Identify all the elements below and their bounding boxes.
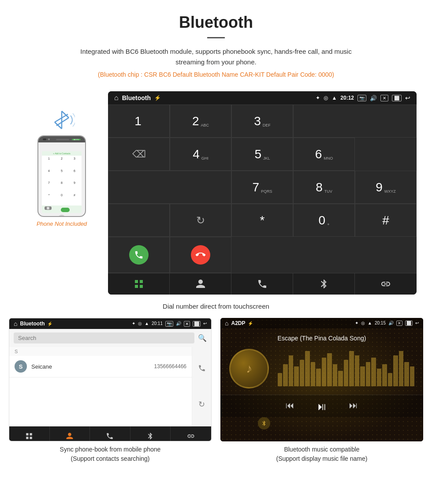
phone-call-btn[interactable] [61, 208, 70, 212]
signal-icon: ▲ [331, 95, 337, 101]
camera-icon[interactable]: 📷 [358, 95, 366, 101]
music-screenshot: ⌂ A2DP ⚡ ✦ ◎ ▲ 20:15 🔊 ✕ ⬜ ↩ [220, 318, 423, 463]
pb-camera-icon[interactable]: 📷 [165, 321, 173, 327]
dial-key-6[interactable]: 6MNO [293, 138, 355, 171]
svg-rect-8 [140, 285, 143, 288]
dial-toolbar-grid[interactable] [108, 273, 170, 295]
viz-bar [393, 355, 398, 386]
viz-bar [327, 353, 331, 386]
pb-call-icon[interactable] [198, 364, 206, 374]
phone-key-0: 0 [56, 193, 68, 205]
dial-toolbar [108, 273, 417, 295]
pb-window-icon[interactable]: ⬜ [193, 321, 201, 327]
svg-rect-7 [135, 285, 138, 288]
music-window-icon[interactable]: ⬜ [405, 321, 413, 326]
search-icon[interactable]: 🔍 [198, 334, 207, 342]
phone-key-3: 3 [68, 157, 81, 168]
music-close-icon[interactable]: ✕ [396, 321, 402, 326]
music-main-area: ♪ [229, 349, 414, 388]
viz-bar [388, 373, 392, 386]
music-prev-btn[interactable]: ⏮ [286, 400, 294, 413]
dial-call-red-btn[interactable] [170, 237, 231, 273]
album-art-wrapper: ♪ [229, 349, 269, 388]
music-back-icon[interactable]: ↩ [415, 321, 419, 326]
dial-key-0[interactable]: 0+ [293, 204, 355, 237]
pb-close-icon[interactable]: ✕ [184, 321, 190, 327]
viz-bar [371, 358, 376, 386]
dial-key-3[interactable]: 3DEF [231, 105, 293, 138]
pb-title: Bluetooth [20, 321, 45, 327]
phone-key-9: 9 [68, 181, 81, 193]
dial-key-4[interactable]: 4GHI [170, 138, 231, 171]
dial-key-hash[interactable]: # [355, 204, 417, 237]
dial-reload-btn[interactable]: ↻ [170, 204, 231, 237]
dial-toolbar-bluetooth[interactable] [293, 273, 355, 295]
pb-back-icon[interactable]: ↩ [203, 321, 207, 327]
phone-key-hash: # [68, 193, 81, 205]
pb-contact-list: S S Seicane 13566664466 [9, 347, 192, 426]
music-usb-icon: ⚡ [248, 321, 253, 326]
dial-empty-3 [108, 204, 170, 237]
pb-location-icon: ◎ [138, 321, 142, 327]
back-icon[interactable]: ↩ [405, 94, 410, 101]
pb-home-icon[interactable]: ⌂ [14, 320, 17, 327]
viz-bar [360, 366, 365, 386]
close-icon[interactable]: ✕ [380, 95, 388, 101]
music-statusbar: ⌂ A2DP ⚡ ✦ ◎ ▲ 20:15 🔊 ✕ ⬜ ↩ [220, 318, 423, 329]
dial-title: Bluetooth [122, 94, 151, 101]
dial-toolbar-contacts[interactable] [170, 273, 231, 295]
pb-toolbar-phone[interactable] [90, 426, 130, 441]
dial-call-green-btn[interactable] [108, 237, 170, 273]
music-content: Escape (The Pina Colada Song) ♪ [220, 329, 423, 395]
dial-caption: Dial number direct from touchscreen [163, 302, 269, 310]
dial-grid: 1 2ABC 3DEF ⌫ 4GHI 5JKL [108, 105, 417, 273]
dial-key-9[interactable]: 9WXYZ [355, 171, 417, 204]
dial-key-2[interactable]: 2ABC [170, 105, 231, 138]
music-title: A2DP [231, 320, 245, 326]
pb-toolbar-contacts[interactable] [50, 426, 90, 441]
pb-signal-icon: ▲ [145, 321, 149, 327]
top-section: MOTO + Add to Contacts 1 2 3 4 5 6 7 8 9 [9, 91, 423, 295]
pb-content: S S Seicane 13566664466 ↻ [9, 347, 211, 426]
music-visualizer [278, 351, 414, 386]
pb-statusbar: ⌂ Bluetooth ⚡ ✦ ◎ ▲ 20:11 📷 🔊 ✕ ⬜ ↩ [9, 318, 211, 329]
pb-refresh-icon[interactable]: ↻ [198, 399, 205, 409]
music-play-pause-btn[interactable]: ⏯ [317, 400, 327, 413]
music-bluetooth-icon: ✦ [355, 321, 358, 326]
phone-screen: + Add to Contacts 1 2 3 4 5 6 7 8 9 * 0 … [42, 151, 82, 213]
pb-toolbar-bluetooth[interactable] [130, 426, 171, 441]
dial-key-1[interactable]: 1 [108, 105, 170, 138]
music-signal-icon: ▲ [368, 321, 372, 326]
viz-bar [311, 362, 315, 386]
phone-home-btn[interactable] [58, 215, 66, 217]
pb-contact-avatar: S [15, 360, 27, 373]
dial-key-8[interactable]: 8TUV [293, 171, 355, 204]
pb-contact-row[interactable]: S Seicane 13566664466 [9, 356, 192, 377]
pb-toolbar-link[interactable] [171, 426, 211, 441]
pb-volume-icon[interactable]: 🔊 [176, 321, 181, 327]
window-icon[interactable]: ⬜ [392, 95, 402, 101]
music-volume-icon[interactable]: 🔊 [388, 321, 394, 326]
phone-key-star: * [43, 193, 55, 205]
dial-key-star[interactable]: * [231, 204, 293, 237]
svg-rect-12 [30, 437, 32, 439]
dial-toolbar-link[interactable] [355, 273, 417, 295]
dial-time: 20:12 [340, 95, 354, 101]
music-home-icon[interactable]: ⌂ [225, 320, 228, 327]
svg-rect-6 [140, 280, 143, 283]
dial-home-icon[interactable]: ⌂ [114, 94, 119, 102]
dial-key-5[interactable]: 5JKL [231, 138, 293, 171]
dial-empty-1 [293, 105, 417, 138]
svg-rect-9 [26, 433, 29, 435]
dial-backspace-btn[interactable]: ⌫ [108, 138, 170, 171]
dial-statusbar: ⌂ Bluetooth ⚡ ✦ ◎ ▲ 20:12 📷 🔊 ✕ ⬜ ↩ [108, 91, 417, 105]
dial-key-7[interactable]: 7PQRS [231, 171, 293, 204]
pb-search-input[interactable] [14, 332, 194, 343]
music-next-btn[interactable]: ⏭ [349, 400, 358, 413]
svg-line-2 [56, 118, 69, 126]
music-album-art: ♪ [229, 349, 269, 388]
pb-toolbar-grid[interactable] [9, 426, 50, 441]
dial-toolbar-phone[interactable] [231, 273, 293, 295]
viz-bar [344, 360, 348, 386]
volume-icon[interactable]: 🔊 [370, 95, 377, 101]
